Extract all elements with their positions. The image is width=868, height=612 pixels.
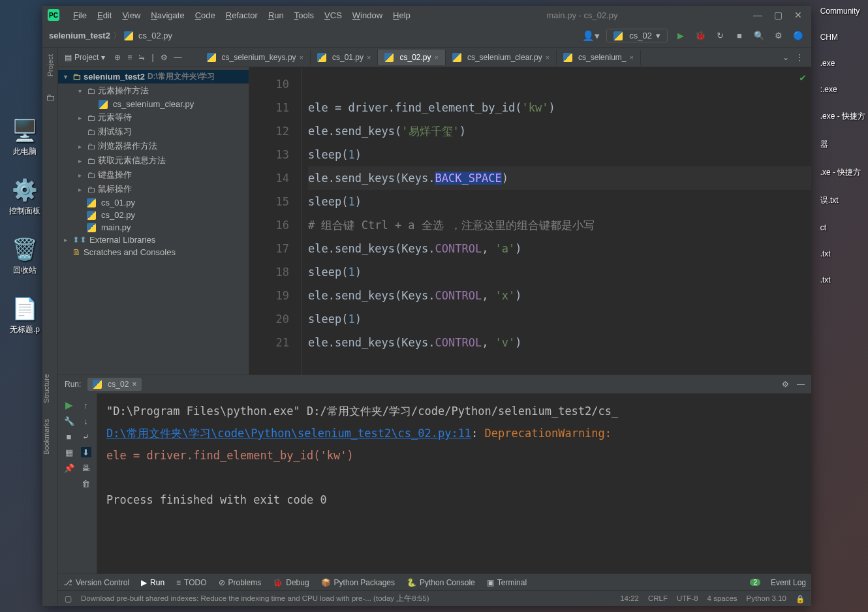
print-icon[interactable]: 🖶 — [81, 463, 91, 473]
maximize-button[interactable]: ▢ — [774, 10, 783, 20]
tool-structure[interactable]: Structure — [42, 371, 58, 406]
menu-file[interactable]: File — [69, 8, 91, 22]
editor-tab[interactable]: cs_02.py× — [378, 50, 445, 65]
tree-item[interactable]: 🗀 测试练习 — [58, 125, 249, 139]
menu-vcs[interactable]: VCS — [320, 8, 347, 22]
tree-item[interactable]: ▸🗀 键盘操作 — [58, 168, 249, 182]
menu-navigate[interactable]: Navigate — [146, 8, 189, 22]
status-item[interactable]: CRLF — [648, 594, 668, 604]
code-line[interactable]: sleep(1) — [308, 307, 811, 331]
code-line[interactable]: sleep(1) — [308, 190, 811, 213]
event-log-button[interactable]: Event Log — [771, 578, 806, 587]
tree-item[interactable]: main.py — [58, 221, 249, 234]
desktop-icon[interactable]: ⚙️控制面板 — [5, 177, 44, 217]
locate-icon[interactable]: ⊕ — [114, 53, 121, 62]
tool-python-packages[interactable]: 📦Python Packages — [321, 578, 395, 587]
tool-python-console[interactable]: 🐍Python Console — [407, 578, 475, 587]
tool-todo[interactable]: ≡TODO — [176, 578, 206, 587]
coverage-button[interactable]: ↻ — [713, 29, 726, 42]
code-editor[interactable]: ✔ 101112131415161718192021 ele = driver.… — [249, 67, 811, 375]
console-output[interactable]: "D:\Program Files\python.exe" D:/常用文件夹/学… — [97, 393, 811, 574]
close-button[interactable]: ✕ — [794, 10, 802, 20]
scroll-icon[interactable]: ⬇ — [81, 447, 91, 457]
hide-icon[interactable]: — — [797, 380, 805, 389]
wrap-icon[interactable]: ⤶ — [81, 431, 91, 442]
ide-avatar-icon[interactable]: 🔵 — [792, 29, 805, 42]
close-icon[interactable]: × — [629, 54, 633, 61]
menu-run[interactable]: Run — [264, 8, 288, 22]
run-button[interactable]: ▶ — [674, 29, 687, 42]
tree-root[interactable]: ▾🗀 selenium_test2 D:\常用文件夹\学习 — [58, 70, 249, 84]
tool-bookmarks[interactable]: Bookmarks — [42, 416, 58, 457]
pin-icon[interactable]: 📌 — [64, 463, 74, 473]
status-item[interactable]: 14:22 — [620, 594, 639, 604]
settings-icon[interactable]: ⚙ — [772, 29, 785, 42]
desktop-icon[interactable]: 📄无标题.p — [5, 296, 44, 335]
run-config-selector[interactable]: cs_02 ▾ — [606, 29, 668, 42]
status-item[interactable]: 4 spaces — [707, 594, 737, 604]
code-line[interactable]: ele.send_keys(Keys.CONTROL, 'a') — [308, 237, 811, 260]
debug-button[interactable]: 🐞 — [694, 29, 707, 42]
menu-view[interactable]: View — [117, 8, 145, 22]
code-line[interactable]: sleep(1) — [308, 260, 811, 284]
menu-edit[interactable]: Edit — [93, 8, 116, 22]
code-line[interactable]: # 组合键 Ctrl + a 全选 ，注意这里的组合键都是小写 — [308, 213, 811, 237]
menu-tools[interactable]: Tools — [290, 8, 318, 22]
tree-item[interactable]: ▸🗀 元素等待 — [58, 110, 249, 125]
lock-icon[interactable]: 🔒 — [796, 594, 805, 604]
close-icon[interactable]: × — [435, 54, 439, 61]
tree-item[interactable]: ▾🗀 元素操作方法 — [58, 84, 249, 98]
code-line[interactable]: sleep(1) — [308, 143, 811, 166]
status-item[interactable]: UTF-8 — [677, 594, 698, 604]
tree-item[interactable]: cs_01.py — [58, 196, 249, 209]
status-item[interactable]: Python 3.10 — [747, 594, 786, 604]
menu-help[interactable]: Help — [388, 8, 415, 22]
desktop-icon[interactable]: 🗑️回收站 — [5, 236, 44, 276]
code-line[interactable]: ele.send_keys(Keys.CONTROL, 'x') — [308, 284, 811, 307]
status-icon[interactable]: ▢ — [65, 594, 72, 604]
close-icon[interactable]: × — [546, 54, 550, 61]
collapse-icon[interactable]: ≒ — [138, 53, 145, 62]
project-dropdown[interactable]: ▤Project▾ — [61, 53, 109, 62]
tool-run[interactable]: ▶Run — [141, 578, 164, 587]
menu-code[interactable]: Code — [191, 8, 220, 22]
hide-icon[interactable]: — — [174, 53, 182, 62]
code-line[interactable] — [308, 72, 811, 96]
gear-icon[interactable]: ⚙ — [782, 380, 789, 389]
inspection-ok-icon[interactable]: ✔ — [799, 71, 806, 84]
tool-terminal[interactable]: ▣Terminal — [487, 578, 527, 587]
tool-debug[interactable]: 🐞Debug — [273, 578, 309, 587]
editor-tab[interactable]: cs_selenium_keys.py× — [200, 50, 311, 65]
editor-tab[interactable]: cs_selenium_× — [557, 50, 641, 65]
stop-icon[interactable]: ■ — [64, 431, 74, 442]
code-line[interactable]: ele.send_keys(Keys.CONTROL, 'v') — [308, 331, 811, 354]
down-icon[interactable]: ↓ — [81, 416, 91, 426]
breadcrumb-project[interactable]: selenium_test2 — [49, 31, 110, 40]
external-libraries[interactable]: ▸⬍⬍ External Libraries — [58, 234, 249, 246]
search-icon[interactable]: 🔍 — [752, 29, 766, 42]
close-icon[interactable]: × — [300, 54, 303, 61]
project-tree[interactable]: ▾🗀 selenium_test2 D:\常用文件夹\学习▾🗀 元素操作方法 c… — [58, 67, 249, 375]
trash-icon[interactable]: 🗑 — [81, 478, 91, 489]
tool-problems[interactable]: ⊘Problems — [219, 578, 262, 587]
code-line[interactable]: ele.send_keys(Keys.BACK_SPACE) — [308, 166, 811, 190]
desktop-icon[interactable]: 🖥️此电脑 — [5, 117, 44, 157]
tree-item[interactable]: ▸🗀 浏览器操作方法 — [58, 139, 249, 153]
tree-item[interactable]: ▸🗀 获取元素信息方法 — [58, 153, 249, 168]
menu-window[interactable]: Window — [348, 8, 387, 22]
stop-button[interactable]: ■ — [733, 29, 746, 42]
more-icon[interactable]: ⋮ — [796, 53, 803, 62]
up-icon[interactable]: ↑ — [81, 400, 91, 410]
close-icon[interactable]: × — [132, 380, 136, 389]
chevron-down-icon[interactable]: ⌄ — [783, 53, 789, 62]
code-line[interactable]: ele.send_keys('易烊千玺') — [308, 119, 811, 143]
wrench-icon[interactable]: 🔧 — [64, 416, 74, 426]
layout-icon[interactable]: ▦ — [64, 447, 74, 457]
rerun-button[interactable]: ▶ — [64, 400, 74, 410]
close-icon[interactable]: × — [367, 54, 371, 61]
scratches[interactable]: 🗎 Scratches and Consoles — [58, 246, 249, 258]
code-line[interactable]: ele = driver.find_element_by_id('kw') — [308, 96, 811, 119]
tool-version-control[interactable]: ⎇Version Control — [63, 578, 129, 587]
menu-refactor[interactable]: Refactor — [221, 8, 262, 22]
user-icon[interactable]: 👤▾ — [582, 30, 600, 42]
